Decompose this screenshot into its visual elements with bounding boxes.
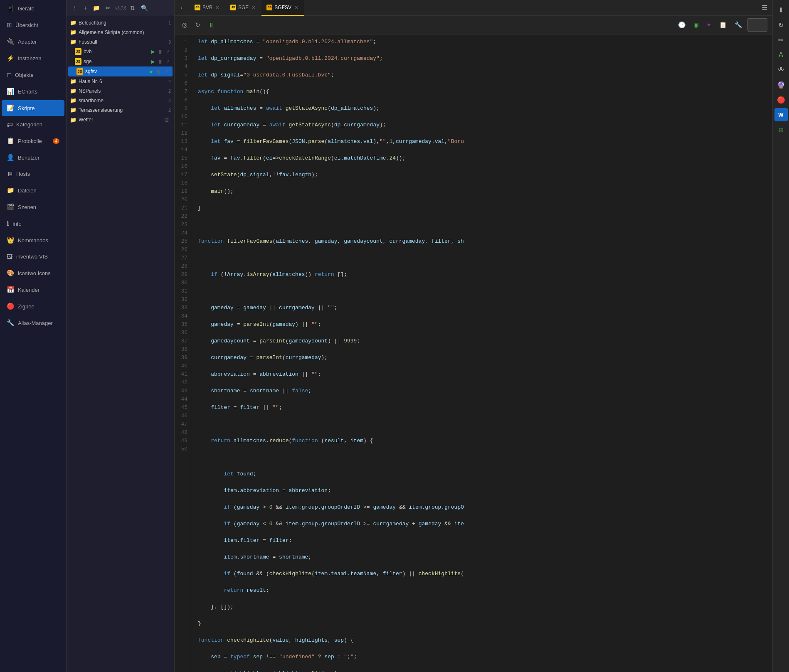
folder-count: 2 xyxy=(168,108,171,113)
folder-count: 3 xyxy=(168,39,171,44)
file-bvb[interactable]: JS bvb ▶ 🗑 ↗ xyxy=(67,47,174,57)
export-button-sge[interactable]: ↗ xyxy=(165,59,171,65)
sidebar-item-echarts[interactable]: 📊 ECharts xyxy=(2,84,64,99)
folder-haus-nr-6[interactable]: 📁 Haus Nr. 6 4 xyxy=(67,76,174,86)
plus-circle-button[interactable]: ⊕ xyxy=(774,123,788,136)
sidebar-item-uebersicht[interactable]: ⊞ Übersicht xyxy=(2,17,64,33)
folder-icon-blue: 📁 xyxy=(70,29,76,35)
folder-terrassensteuerung[interactable]: 📁 Terrassensteuerung 2 xyxy=(67,105,174,115)
view-button[interactable]: 👁 xyxy=(774,63,788,76)
menu-dots-button[interactable]: ⋮ xyxy=(70,3,80,12)
delete-folder-wetter[interactable]: 🗑 xyxy=(163,116,171,123)
play-button[interactable]: ⏸ xyxy=(205,20,217,30)
sidebar-item-benutzer[interactable]: 👤 Benutzer xyxy=(2,150,64,165)
folder-smarthome[interactable]: 📁 smarthome 4 xyxy=(67,96,174,105)
code-line: filter = filter || ""; xyxy=(198,404,772,412)
sidebar-item-protokolle[interactable]: 📋 Protokolle 4 xyxy=(2,133,64,149)
folder-wetter[interactable]: 📁 Wetter 🗑 xyxy=(67,115,174,125)
edit-button[interactable]: ✏ xyxy=(104,3,113,12)
sidebar-item-skripte[interactable]: 📝 Skripte xyxy=(2,100,64,116)
stars-button[interactable]: ✦ xyxy=(704,20,714,30)
clipboard-button[interactable]: 📋 xyxy=(717,20,730,30)
code-content[interactable]: let dp_allmatches = "openligadb.0.bl1.20… xyxy=(191,34,772,672)
edit-right-button[interactable]: ✏ xyxy=(774,33,788,47)
code-editor[interactable]: 12345 678910 1112131415 1617181920 21222… xyxy=(175,34,772,672)
add-folder-button[interactable]: 📁 xyxy=(91,3,102,12)
sidebar-item-geraete[interactable]: 📱 Geräte xyxy=(2,0,64,16)
purple-button[interactable]: 🔮 xyxy=(774,78,788,91)
delete-button-bvb[interactable]: 🗑 xyxy=(157,49,164,55)
calendar-icon: 📅 xyxy=(7,286,15,293)
add-file-button[interactable]: + xyxy=(81,3,89,12)
tab-sgfsv[interactable]: JS SGFSV ✕ xyxy=(261,0,304,16)
folder-beleuchtung[interactable]: 📁 Beleuchtung 1 xyxy=(67,18,174,27)
refresh-right-button[interactable]: ↻ xyxy=(774,18,788,32)
overview-icon: ⊞ xyxy=(7,21,12,29)
sidebar-item-icontwo-icons[interactable]: 🎨 icontwo Icons xyxy=(2,265,64,281)
editor-menu-button[interactable]: ☰ xyxy=(758,2,771,13)
search-button[interactable]: 🔍 xyxy=(139,3,150,12)
sidebar-item-instanzen[interactable]: ⚡ Instanzen xyxy=(2,50,64,66)
code-line: let fav = filterFavGames(JSON.parse(allm… xyxy=(198,138,772,146)
refresh-button[interactable]: ↻ xyxy=(192,20,203,30)
sidebar-item-adapter[interactable]: 🔌 Adapter xyxy=(2,34,64,49)
alias-icon: 🔧 xyxy=(7,319,15,327)
folder-label: Fussball xyxy=(79,39,97,45)
code-line: function checkHighlite(value, highlights… xyxy=(198,636,772,645)
sidebar-item-kommandos[interactable]: 👑 Kommandos xyxy=(2,232,64,248)
sidebar-item-kategorien[interactable]: 🏷 Kategorien xyxy=(2,117,64,132)
ai-button[interactable]: ◉ xyxy=(691,20,701,30)
user-icon: 👤 xyxy=(7,154,15,161)
w-button[interactable]: W xyxy=(774,108,788,121)
export-button-bvb[interactable]: ↗ xyxy=(165,49,171,55)
sidebar-item-dateien[interactable]: 📁 Dateien xyxy=(2,182,64,198)
tab-close-sgfsv[interactable]: ✕ xyxy=(293,5,299,10)
file-sge[interactable]: JS sge ▶ 🗑 ↗ xyxy=(67,57,174,66)
tab-close-sge[interactable]: ✕ xyxy=(251,5,256,10)
play-button-sgfsv[interactable]: ▶ xyxy=(148,69,154,75)
file-actions-sge: ▶ 🗑 ↗ xyxy=(150,59,171,65)
icontwo-icon: 🎨 xyxy=(7,269,15,277)
folder-label: Terrassensteuerung xyxy=(79,107,123,113)
sidebar-item-alias-manager[interactable]: 🔧 Alias-Manager xyxy=(2,315,64,331)
sidebar-item-inventwo-vis[interactable]: 🖼 inventwo VIS xyxy=(2,249,64,264)
folder-fussball[interactable]: 📁 Fussball 3 xyxy=(67,37,174,47)
tab-bvb[interactable]: JS BVB ✕ xyxy=(190,0,225,16)
sidebar: 📱 Geräte ⊞ Übersicht 🔌 Adapter ⚡ Instanz… xyxy=(0,0,67,672)
delete-button-sgfsv[interactable]: 🗑 xyxy=(155,69,162,75)
sidebar-item-zigbee[interactable]: 🔴 Zigbee xyxy=(2,298,64,314)
file-tree: 📁 Beleuchtung 1 📁 Allgemeine Skripte (co… xyxy=(67,16,174,672)
inventwo-icon: 🖼 xyxy=(7,253,13,260)
folder-allgemeine-skripte[interactable]: 📁 Allgemeine Skripte (common) xyxy=(67,27,174,37)
tab-close-bvb[interactable]: ✕ xyxy=(215,5,220,10)
settings-button[interactable]: 🔧 xyxy=(732,20,745,30)
code-line: sep = typeof sep !== "undefined" ? sep :… xyxy=(198,653,772,661)
sidebar-item-hosts[interactable]: 🖥 Hosts xyxy=(2,166,64,182)
folder-icon: 📁 xyxy=(70,97,76,103)
logs-icon: 📋 xyxy=(7,137,15,145)
play-button-bvb[interactable]: ▶ xyxy=(150,49,156,55)
delete-button-sge[interactable]: 🗑 xyxy=(157,59,164,65)
export-button-sgfsv[interactable]: ↗ xyxy=(163,69,169,75)
file-actions-sgfsv: ▶ 🗑 ↗ xyxy=(148,69,169,75)
code-line: async function main(){ xyxy=(198,88,772,96)
text-size-button[interactable]: A xyxy=(774,48,788,62)
sidebar-item-szenen[interactable]: 🎬 Szenen xyxy=(2,199,64,215)
file-sgfsv[interactable]: JS sgfsv ▶ 🗑 ↗ xyxy=(68,66,173,76)
tab-sge[interactable]: JS SGE ✕ xyxy=(225,0,261,16)
code-line: fav = fav.filter(el=>checkDateInRange(el… xyxy=(198,154,772,162)
history-button[interactable]: 🕐 xyxy=(676,20,688,30)
sidebar-item-kalender[interactable]: 📅 Kalender xyxy=(2,282,64,298)
sort-button[interactable]: ⇅ xyxy=(128,3,137,12)
play-button-sge[interactable]: ▶ xyxy=(150,59,156,65)
folder-count: 2 xyxy=(168,89,171,94)
folder-count: 4 xyxy=(168,98,171,103)
download-button[interactable]: ⬇ xyxy=(774,3,788,17)
folder-nspanels[interactable]: 📁 NSPanels 2 xyxy=(67,86,174,96)
location-button[interactable]: ◎ xyxy=(180,20,190,30)
red-button[interactable]: 🔴 xyxy=(774,93,788,106)
sidebar-item-info[interactable]: ℹ Info xyxy=(2,216,64,231)
code-line: let dp_signal="0_userdata.0.Fussball.bvb… xyxy=(198,71,772,79)
sidebar-item-objekte[interactable]: ◻ Objekte xyxy=(2,67,64,83)
back-button[interactable]: ← xyxy=(176,2,190,13)
